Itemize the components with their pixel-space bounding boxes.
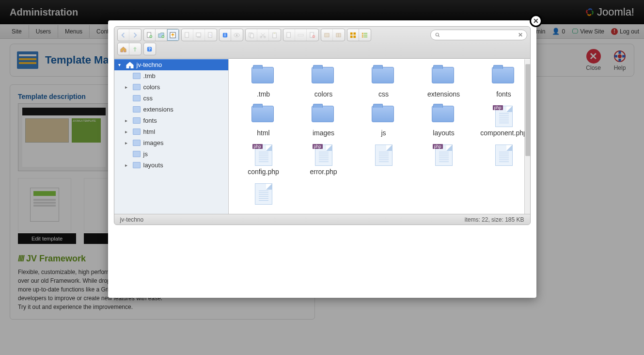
folder-icon xyxy=(133,140,141,146)
svg-rect-25 xyxy=(353,32,356,34)
duplicate-button[interactable] xyxy=(283,29,295,41)
tree-label: js xyxy=(143,150,148,158)
file-item[interactable] xyxy=(234,180,294,207)
preview-button[interactable] xyxy=(231,29,243,41)
tree-item[interactable]: ▸ colors xyxy=(114,81,228,93)
tree-item[interactable]: ▸ fonts xyxy=(114,115,228,126)
search-input[interactable] xyxy=(440,32,518,38)
folder-icon xyxy=(312,67,334,83)
svg-rect-30 xyxy=(362,34,363,35)
fm-search: ✕ xyxy=(430,30,527,40)
help-toolbar-button[interactable]: ? xyxy=(144,43,156,55)
file-name: js xyxy=(354,129,414,137)
folder-icon xyxy=(133,95,141,101)
modal-overlay: ✕ xyxy=(0,0,644,355)
file-item[interactable]: .tmb xyxy=(234,64,294,98)
file-item[interactable]: phperror.php xyxy=(294,142,354,176)
extract-button[interactable] xyxy=(321,29,333,41)
tree-item[interactable]: .tmb xyxy=(114,70,228,81)
file-item[interactable]: php xyxy=(414,142,474,176)
php-file-icon: php xyxy=(495,106,513,127)
info-button[interactable]: i xyxy=(220,29,231,41)
fm-toolbar: i xyxy=(114,27,530,59)
svg-rect-6 xyxy=(196,32,200,36)
folder-icon xyxy=(133,162,141,168)
archive-button[interactable] xyxy=(333,29,345,41)
scrollbar[interactable] xyxy=(524,59,530,214)
svg-rect-19 xyxy=(298,34,303,36)
paste-button[interactable] xyxy=(269,29,281,41)
file-item[interactable]: phpconfig.php xyxy=(234,142,294,176)
php-file-icon: php xyxy=(255,145,272,166)
chevron-icon: ▸ xyxy=(125,162,130,168)
file-item[interactable]: css xyxy=(354,64,414,98)
tree-item[interactable]: js xyxy=(114,148,228,160)
copy-button[interactable] xyxy=(246,29,257,41)
back-button[interactable] xyxy=(118,29,129,41)
tree-item[interactable]: ▸ layouts xyxy=(114,160,228,171)
file-icon xyxy=(375,145,393,166)
fm-status-bar: jv-techno items: 22, size: 185 KB xyxy=(114,214,530,225)
new-file-button[interactable] xyxy=(144,29,156,41)
file-name: error.php xyxy=(294,168,354,176)
view-list-button[interactable] xyxy=(359,29,371,41)
tree-label: .tmb xyxy=(143,72,156,80)
file-icon xyxy=(495,145,513,166)
rename-button[interactable] xyxy=(295,29,307,41)
folder-icon xyxy=(372,67,394,83)
forward-button[interactable] xyxy=(129,29,141,41)
view-icons-button[interactable] xyxy=(347,29,359,41)
upload-button[interactable] xyxy=(167,29,179,41)
svg-rect-31 xyxy=(364,34,368,35)
file-manager: i xyxy=(114,26,531,225)
tree-item[interactable]: css xyxy=(114,93,228,104)
chevron-icon: ▸ xyxy=(125,129,130,134)
svg-rect-17 xyxy=(274,32,276,33)
getlink-button[interactable] xyxy=(205,29,217,41)
php-file-icon: php xyxy=(435,145,453,166)
chevron-down-icon: ▾ xyxy=(118,62,123,67)
svg-point-11 xyxy=(236,34,238,36)
cut-button[interactable] xyxy=(257,29,269,41)
delete-button[interactable] xyxy=(307,29,318,41)
status-path: jv-techno xyxy=(120,216,144,223)
svg-rect-24 xyxy=(350,32,352,34)
fm-tree: ▾ jv-techno .tmb▸ colors css extensions▸… xyxy=(114,59,229,214)
tree-label: layouts xyxy=(143,161,163,169)
file-item[interactable]: layouts xyxy=(414,103,474,137)
file-name: config.php xyxy=(234,168,294,176)
file-icon xyxy=(255,183,272,205)
file-item[interactable]: fonts xyxy=(474,64,530,98)
file-item[interactable]: extensions xyxy=(414,64,474,98)
modal-close-button[interactable]: ✕ xyxy=(530,15,542,27)
fm-body: ▾ jv-techno .tmb▸ colors css extensions▸… xyxy=(114,59,530,214)
folder-icon xyxy=(133,73,141,79)
php-file-icon: php xyxy=(315,145,332,166)
file-item[interactable]: colors xyxy=(294,64,354,98)
file-item[interactable]: images xyxy=(294,103,354,137)
folder-icon xyxy=(133,117,141,124)
tree-item[interactable]: ▸ images xyxy=(114,137,228,148)
new-folder-button[interactable] xyxy=(156,29,167,41)
tree-item[interactable]: ▸ html xyxy=(114,126,228,137)
file-name: images xyxy=(294,129,354,137)
home-button[interactable] xyxy=(118,43,129,55)
folder-icon xyxy=(133,106,141,113)
download-button[interactable] xyxy=(193,29,205,41)
open-button[interactable] xyxy=(182,29,193,41)
file-item[interactable] xyxy=(354,142,414,176)
svg-rect-29 xyxy=(364,32,368,33)
file-item[interactable] xyxy=(474,142,530,176)
file-item[interactable]: phpcomponent.php xyxy=(474,103,530,137)
up-button[interactable] xyxy=(129,43,141,55)
svg-text:i: i xyxy=(224,32,225,37)
tree-item[interactable]: extensions xyxy=(114,104,228,115)
tree-label: css xyxy=(143,95,153,102)
file-item[interactable]: html xyxy=(234,103,294,137)
fm-files: .tmbcolorscssextensionsfontshtmlimagesjs… xyxy=(229,59,530,214)
file-item[interactable]: js xyxy=(354,103,414,137)
tree-root[interactable]: ▾ jv-techno xyxy=(114,59,228,70)
folder-icon xyxy=(251,67,274,83)
search-clear[interactable]: ✕ xyxy=(518,32,523,38)
folder-icon xyxy=(133,129,141,135)
